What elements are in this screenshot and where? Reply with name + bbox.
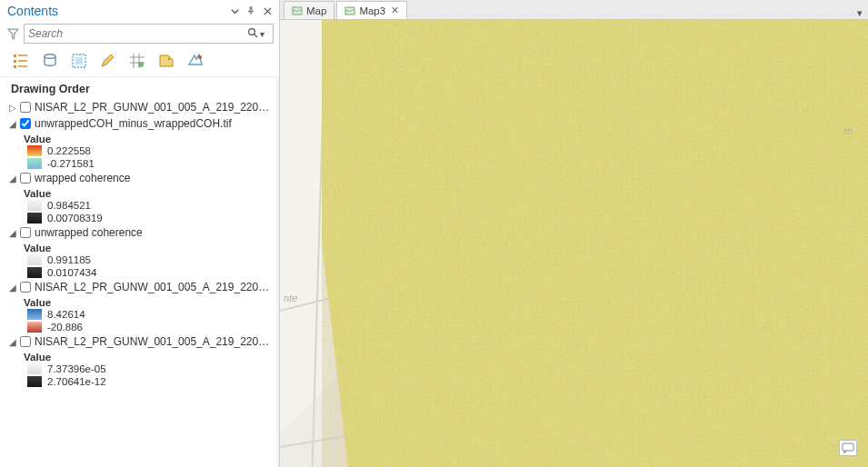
layer-visibility-checkbox[interactable] xyxy=(20,227,31,238)
search-dropdown-icon[interactable]: ▾ xyxy=(260,29,269,39)
ramp-value-label: 2.70641e-12 xyxy=(47,376,106,387)
layer-visibility-checkbox[interactable] xyxy=(20,282,31,293)
filter-icon[interactable] xyxy=(5,26,20,41)
color-swatch xyxy=(27,200,42,211)
layer-visibility-checkbox[interactable] xyxy=(20,336,31,347)
close-icon[interactable] xyxy=(261,5,274,17)
layer-item[interactable]: ▷NISAR_L2_PR_GUNW_001_005_A_219_220_4020… xyxy=(4,99,277,115)
layer-name-label: NISAR_L2_PR_GUNW_001_005_A_219_220_4020_… xyxy=(35,281,274,293)
expander-icon[interactable]: ◢ xyxy=(9,283,18,293)
svg-point-8 xyxy=(168,58,170,60)
ramp-value-label: 8.42614 xyxy=(47,309,85,320)
search-box[interactable]: ▾ xyxy=(24,24,274,44)
layer-name-label: NISAR_L2_PR_GUNW_001_005_A_219_220_4020_… xyxy=(35,101,274,114)
value-heading: Value xyxy=(4,132,277,144)
color-swatch xyxy=(27,254,42,265)
contents-toolbar xyxy=(0,47,279,77)
drawing-order-heading: Drawing Order xyxy=(4,81,277,99)
expander-icon[interactable]: ◢ xyxy=(9,228,18,238)
basemap-place-label: nte xyxy=(284,293,297,303)
ramp-row: 2.70641e-12 xyxy=(4,375,277,388)
svg-marker-19 xyxy=(322,20,868,467)
search-input[interactable] xyxy=(28,27,247,40)
svg-point-0 xyxy=(249,29,255,35)
layer-item[interactable]: ◢wrapped coherence xyxy=(4,170,277,186)
layer-item[interactable]: ◢unwrapped coherence xyxy=(4,224,277,241)
color-swatch xyxy=(27,309,42,320)
tab-label: Map3 xyxy=(359,5,385,16)
layer-visibility-checkbox[interactable] xyxy=(20,118,31,129)
layer-name-label: unwrappedCOH_minus_wrappedCOH.tif xyxy=(35,117,232,130)
ramp-row: 0.991185 xyxy=(4,253,277,266)
raster-overlay xyxy=(322,20,868,467)
list-by-perspective-icon[interactable] xyxy=(185,51,205,71)
list-by-data-source-icon[interactable] xyxy=(40,51,60,71)
layer-visibility-checkbox[interactable] xyxy=(20,173,31,184)
value-heading: Value xyxy=(4,186,277,199)
ramp-row: 7.37396e-05 xyxy=(4,363,277,375)
list-by-labeling-icon[interactable] xyxy=(156,51,176,71)
color-swatch xyxy=(27,267,42,278)
ramp-row: 8.42614 xyxy=(4,308,277,321)
search-row: ▾ xyxy=(0,22,279,47)
contents-window-controls xyxy=(228,5,274,17)
layer-item[interactable]: ◢NISAR_L2_PR_GUNW_001_005_A_219_220_4020… xyxy=(4,279,277,295)
ramp-value-label: 0.00708319 xyxy=(47,213,103,224)
ramp-value-label: 0.984521 xyxy=(47,200,91,211)
ramp-value-label: 0.991185 xyxy=(47,254,91,265)
expander-icon[interactable]: ◢ xyxy=(9,119,18,129)
tab-overflow-icon[interactable]: ▾ xyxy=(857,7,863,19)
svg-rect-6 xyxy=(75,57,83,65)
layer-item[interactable]: ◢unwrappedCOH_minus_wrappedCOH.tif xyxy=(4,115,277,132)
svg-rect-3 xyxy=(14,65,16,68)
search-icon[interactable] xyxy=(247,27,260,40)
color-swatch xyxy=(27,145,42,156)
contents-header: Contents xyxy=(0,0,279,22)
list-by-selection-icon[interactable] xyxy=(69,51,89,71)
ramp-row: 0.00708319 xyxy=(4,212,277,224)
ramp-value-label: 0.0107434 xyxy=(47,267,96,278)
svg-rect-1 xyxy=(14,55,16,57)
map-icon xyxy=(292,5,303,16)
layer-name-label: NISAR_L2_PR_GUNW_001_005_A_219_220_4020_… xyxy=(35,335,274,348)
layer-item[interactable]: ◢NISAR_L2_PR_GUNW_001_005_A_219_220_4020… xyxy=(4,333,277,350)
pin-icon[interactable] xyxy=(244,5,257,17)
expander-icon[interactable]: ▷ xyxy=(9,103,18,113)
list-by-drawing-order-icon[interactable] xyxy=(11,51,31,71)
map-tab[interactable]: Map3✕ xyxy=(336,1,407,19)
layer-name-label: unwrapped coherence xyxy=(35,226,143,239)
map-view[interactable]: ntern xyxy=(280,20,868,467)
layers-tree[interactable]: Drawing Order ▷NISAR_L2_PR_GUNW_001_005_… xyxy=(0,77,279,467)
expander-icon[interactable]: ◢ xyxy=(9,174,18,184)
ramp-value-label: -20.886 xyxy=(47,322,83,333)
ramp-row: -0.271581 xyxy=(4,157,277,170)
list-by-snapping-icon[interactable] xyxy=(127,51,147,71)
ramp-row: 0.984521 xyxy=(4,199,277,212)
map-icon xyxy=(344,5,355,16)
expander-icon[interactable]: ◢ xyxy=(9,337,18,347)
svg-point-7 xyxy=(138,62,144,67)
value-heading: Value xyxy=(4,241,277,253)
color-swatch xyxy=(27,213,42,224)
app-root: Contents ▾ xyxy=(0,0,868,467)
ramp-value-label: 7.37396e-05 xyxy=(47,363,106,374)
color-swatch xyxy=(27,322,42,333)
svg-point-4 xyxy=(45,55,55,58)
main-area: MapMap3✕▾ xyxy=(280,0,868,467)
layer-visibility-checkbox[interactable] xyxy=(20,102,31,113)
contents-title: Contents xyxy=(7,4,228,18)
basemap-place-label: rn xyxy=(843,125,853,136)
svg-rect-2 xyxy=(14,60,16,63)
svg-rect-20 xyxy=(843,443,853,451)
ramp-value-label: -0.271581 xyxy=(47,158,95,169)
tab-close-icon[interactable]: ✕ xyxy=(391,5,399,16)
ramp-value-label: 0.222558 xyxy=(47,145,91,156)
panel-options-icon[interactable] xyxy=(228,5,241,17)
list-by-editing-icon[interactable] xyxy=(98,51,118,71)
ramp-row: -20.886 xyxy=(4,321,277,333)
contents-panel: Contents ▾ xyxy=(0,0,280,467)
svg-point-9 xyxy=(198,55,202,59)
map-tab[interactable]: Map xyxy=(284,1,334,19)
value-heading: Value xyxy=(4,295,277,308)
popup-toggle-icon[interactable] xyxy=(839,440,857,456)
